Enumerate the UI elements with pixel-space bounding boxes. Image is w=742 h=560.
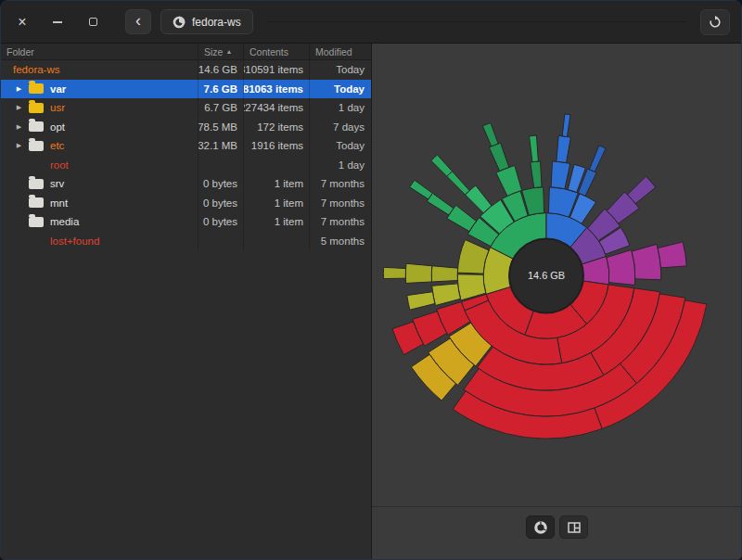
location-tab[interactable]: fedora-ws: [160, 9, 253, 34]
treemap-chart-icon: [567, 520, 582, 535]
modified-cell: 7 days: [310, 118, 371, 137]
table-row[interactable]: ▶usr6.7 GB227434 items1 day: [1, 98, 371, 118]
chart-segment[interactable]: [405, 263, 431, 283]
chart-segment[interactable]: [607, 249, 635, 285]
chart-segment[interactable]: [489, 143, 508, 171]
expander-icon[interactable]: ▶: [13, 123, 25, 131]
folder-cell: ▶var: [1, 80, 198, 99]
folder-name: opt: [50, 121, 65, 133]
table-row[interactable]: lost+found5 months: [1, 232, 371, 251]
table-row[interactable]: ▶opt278.5 MB172 items7 days: [1, 118, 371, 137]
close-button[interactable]: ×: [12, 12, 32, 32]
main-content: Folder Size ▲ Contents Modified fedora-w…: [1, 44, 741, 559]
expander-icon[interactable]: ▶: [13, 104, 25, 111]
modified-cell: 1 day: [310, 98, 371, 118]
folder-cell: fedora-ws: [1, 60, 198, 80]
folder-cell: ▶etc: [1, 136, 198, 156]
size-cell: 14.6 GB: [198, 60, 244, 80]
folder-icon: [29, 121, 44, 132]
folder-cell: mnt: [1, 194, 198, 213]
size-cell: 7.6 GB: [198, 80, 244, 99]
chart-segment[interactable]: [531, 161, 542, 188]
expander-icon[interactable]: ▶: [13, 142, 25, 149]
folder-name: media: [50, 216, 79, 227]
chart-segment[interactable]: [628, 176, 656, 203]
table-row[interactable]: ▶etc32.1 MB1916 itemsToday: [1, 136, 371, 156]
folder-cell: media: [1, 212, 198, 232]
table-row[interactable]: media0 bytes1 item7 months: [1, 212, 371, 232]
location-title: fedora-ws: [192, 16, 241, 29]
maximize-icon: [89, 18, 97, 26]
chart-segment[interactable]: [562, 114, 570, 136]
modified-cell: 7 months: [310, 194, 371, 213]
chart-segment[interactable]: [407, 292, 435, 310]
chart-segment[interactable]: [427, 193, 454, 215]
chart-segment[interactable]: [431, 155, 453, 176]
chart-segment[interactable]: [482, 122, 498, 146]
folder-icon: [29, 217, 44, 227]
table-row[interactable]: srv0 bytes1 item7 months: [1, 174, 371, 194]
column-header-size[interactable]: Size ▲: [198, 44, 244, 59]
column-header-contents[interactable]: Contents: [244, 44, 310, 59]
folder-icon: [29, 83, 44, 94]
chart-segment[interactable]: [447, 172, 469, 195]
minimize-icon: [53, 21, 62, 23]
folder-name: etc: [50, 140, 64, 151]
folder-cell: srv: [1, 174, 198, 194]
close-icon: ×: [18, 15, 26, 30]
column-header-folder-label: Folder: [6, 46, 34, 57]
folder-icon: [29, 141, 44, 151]
titlebar: × ‹ fedora-ws: [1, 1, 741, 44]
table-row[interactable]: root1 day: [1, 156, 371, 175]
column-header-size-label: Size: [204, 46, 223, 57]
size-cell: 32.1 MB: [198, 136, 244, 156]
expander-icon[interactable]: ▶: [13, 85, 25, 93]
modified-cell: 7 months: [310, 212, 371, 232]
treemap-chart-button[interactable]: [559, 515, 588, 539]
folder-cell: ▶opt: [1, 118, 198, 137]
chart-segment[interactable]: [551, 161, 570, 189]
chart-segment[interactable]: [457, 240, 489, 274]
contents-cell: 310591 items: [244, 60, 310, 80]
table-row[interactable]: fedora-ws14.6 GB310591 itemsToday: [1, 60, 371, 80]
back-button[interactable]: ‹: [125, 9, 151, 34]
maximize-button[interactable]: [83, 12, 103, 32]
chart-segment[interactable]: [658, 242, 686, 268]
size-cell: [198, 156, 244, 175]
chart-segment[interactable]: [432, 284, 461, 306]
folder-cell: lost+found: [1, 232, 198, 251]
contents-cell: 1 item: [244, 212, 310, 232]
chart-segment[interactable]: [410, 180, 433, 199]
chart-segment[interactable]: [632, 244, 661, 279]
chart-segment[interactable]: [556, 135, 571, 162]
rescan-button[interactable]: [700, 9, 730, 35]
column-header-modified[interactable]: Modified: [310, 44, 371, 59]
rings-chart-button[interactable]: [526, 515, 555, 539]
table-row[interactable]: ▶var7.6 GB81063 itemsToday: [1, 80, 371, 99]
modified-cell: 1 day: [310, 156, 371, 175]
refresh-icon: [709, 16, 722, 29]
column-header-folder[interactable]: Folder: [1, 44, 198, 59]
minimize-button[interactable]: [47, 12, 68, 32]
table-header: Folder Size ▲ Contents Modified: [1, 44, 371, 60]
chart-segment[interactable]: [589, 146, 606, 172]
chart-center-label: 14.6 GB: [528, 270, 565, 281]
contents-cell: 81063 items: [244, 80, 310, 99]
folder-name: srv: [50, 178, 64, 189]
column-header-modified-label: Modified: [315, 46, 352, 57]
chart-segment[interactable]: [383, 267, 405, 278]
rings-chart: 14.6 GB: [372, 44, 742, 506]
chart-segment[interactable]: [530, 135, 539, 161]
contents-cell: [244, 156, 310, 175]
chart-footer: [372, 506, 742, 559]
folder-cell: ▶usr: [1, 98, 198, 118]
folder-table-body: fedora-ws14.6 GB310591 itemsToday▶var7.6…: [1, 60, 371, 559]
size-cell: 0 bytes: [198, 174, 244, 194]
table-row[interactable]: mnt0 bytes1 item7 months: [1, 194, 371, 213]
folder-name: mnt: [50, 197, 68, 209]
folder-icon: [29, 103, 44, 113]
folder-icon: [29, 197, 44, 208]
disk-usage-app-icon: [173, 16, 186, 29]
chart-segment[interactable]: [431, 266, 457, 282]
modified-cell: Today: [310, 80, 371, 99]
